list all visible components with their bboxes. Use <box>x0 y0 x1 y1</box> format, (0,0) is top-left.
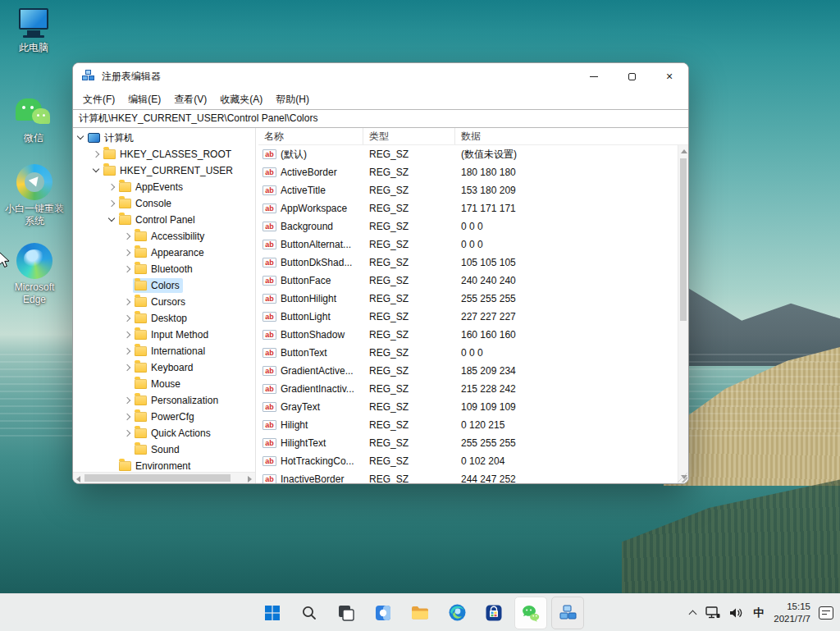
volume-icon[interactable] <box>728 606 743 620</box>
tree-item[interactable]: 计算机 <box>73 130 255 146</box>
tree-node[interactable]: HKEY_CURRENT_USER <box>102 163 236 178</box>
close-button[interactable]: × <box>651 63 688 89</box>
tree-node[interactable]: Input Method <box>133 327 212 342</box>
table-row[interactable]: abAppWorkspaceREG_SZ171 171 171 <box>258 199 678 217</box>
regedit-taskbar-button[interactable] <box>551 597 584 629</box>
notification-icon[interactable] <box>819 606 833 620</box>
tree-item[interactable]: Quick Actions <box>73 425 255 441</box>
scroll-left-icon[interactable] <box>76 476 80 482</box>
tree-node[interactable]: Control Panel <box>117 213 199 227</box>
tree-item[interactable]: PowerCfg <box>73 409 255 425</box>
tree-node[interactable]: Desktop <box>133 311 190 326</box>
table-row[interactable]: abHilightTextREG_SZ255 255 255 <box>258 434 678 452</box>
taskbar-clock[interactable]: 15:15 2021/7/7 <box>774 601 810 625</box>
file-explorer-button[interactable] <box>404 597 436 629</box>
tree-node[interactable]: AppEvents <box>117 180 186 194</box>
chevron-down-icon[interactable] <box>75 133 85 143</box>
tree-node[interactable]: Sound <box>133 442 183 457</box>
tree-item[interactable]: Mouse <box>73 376 255 392</box>
tree-node[interactable]: Quick Actions <box>133 426 214 441</box>
chevron-right-icon[interactable] <box>107 199 116 208</box>
table-row[interactable]: abButtonTextREG_SZ0 0 0 <box>258 344 678 362</box>
chevron-right-icon[interactable] <box>122 346 132 356</box>
title-bar[interactable]: 注册表编辑器 × <box>73 63 688 89</box>
menu-item[interactable]: 查看(V) <box>167 90 213 109</box>
table-row[interactable]: abInactiveBorderREG_SZ244 247 252 <box>258 470 678 483</box>
tree-item[interactable]: Colors <box>73 277 255 294</box>
minimize-button[interactable] <box>575 63 613 89</box>
chevron-right-icon[interactable] <box>122 396 132 405</box>
column-header[interactable]: 数据 <box>455 128 678 144</box>
tree-item[interactable]: Input Method <box>73 327 255 343</box>
chevron-right-icon[interactable] <box>122 297 132 307</box>
tree-node[interactable]: HKEY_CLASSES_ROOT <box>102 147 235 162</box>
tree-node[interactable]: Appearance <box>133 245 208 260</box>
menu-item[interactable]: 文件(F) <box>76 90 121 109</box>
edge-button[interactable] <box>441 597 473 629</box>
tree-node[interactable]: Mouse <box>133 377 184 391</box>
chevron-right-icon[interactable] <box>91 149 101 159</box>
table-row[interactable]: abBackgroundREG_SZ0 0 0 <box>258 217 678 235</box>
chevron-down-icon[interactable] <box>107 215 116 225</box>
tree-item[interactable]: International <box>73 343 255 359</box>
tree-item[interactable]: Sound <box>73 441 255 458</box>
column-header[interactable]: 名称 <box>258 128 363 144</box>
tree-item[interactable]: Bluetooth <box>73 261 255 277</box>
ime-indicator[interactable]: 中 <box>751 606 765 620</box>
tree-item[interactable]: Appearance <box>73 245 255 261</box>
tree-item[interactable]: Console <box>73 195 255 212</box>
table-row[interactable]: ab(默认)REG_SZ(数值未设置) <box>258 145 678 163</box>
chevron-right-icon[interactable] <box>122 264 132 274</box>
chevron-right-icon[interactable] <box>122 428 132 438</box>
chevron-down-icon[interactable] <box>91 166 101 176</box>
search-button[interactable] <box>293 597 326 629</box>
ethernet-icon[interactable] <box>705 606 720 620</box>
tree-item[interactable]: HKEY_CURRENT_USER <box>73 162 255 179</box>
tree-item[interactable]: Control Panel <box>73 212 255 228</box>
table-row[interactable]: abActiveTitleREG_SZ153 180 209 <box>258 181 678 199</box>
table-row[interactable]: abGradientActive...REG_SZ185 209 234 <box>258 362 678 380</box>
scroll-right-icon[interactable] <box>248 476 252 482</box>
menu-item[interactable]: 收藏夹(A) <box>213 90 269 109</box>
tree-node[interactable]: Cursors <box>133 295 189 309</box>
column-header[interactable]: 类型 <box>363 128 455 144</box>
tree-item[interactable]: Desktop <box>73 310 255 327</box>
desktop-icon-this-pc[interactable]: 此电脑 <box>10 7 57 54</box>
table-row[interactable]: abButtonFaceREG_SZ240 240 240 <box>258 272 678 290</box>
tree-item[interactable]: Accessibility <box>73 228 255 245</box>
tree-node[interactable]: Bluetooth <box>133 262 196 277</box>
tree-node[interactable]: Keyboard <box>133 360 196 375</box>
desktop-icon-edge[interactable]: Microsoft Edge <box>5 243 64 306</box>
scroll-up-icon[interactable] <box>681 149 687 153</box>
chevron-right-icon[interactable] <box>122 330 132 340</box>
tree-node[interactable]: Accessibility <box>133 229 208 244</box>
hidden-icons-chevron[interactable] <box>689 609 697 617</box>
chevron-right-icon[interactable] <box>122 412 132 422</box>
tree-item[interactable]: Keyboard <box>73 359 255 376</box>
tree-horizontal-scrollbar[interactable] <box>73 472 255 483</box>
list-vertical-scrollbar[interactable] <box>678 145 688 483</box>
chevron-right-icon[interactable] <box>122 231 132 241</box>
tree-node[interactable]: Personalization <box>133 393 221 408</box>
desktop-icon-wechat[interactable]: 微信 <box>10 97 57 144</box>
menu-item[interactable]: 帮助(H) <box>269 90 316 109</box>
tree-item[interactable]: HKEY_CLASSES_ROOT <box>73 146 255 162</box>
chevron-right-icon[interactable] <box>122 363 132 373</box>
tree-node[interactable]: International <box>133 344 208 359</box>
tree-node[interactable]: 计算机 <box>86 130 137 147</box>
scrollbar-thumb[interactable] <box>84 474 231 482</box>
tree-item[interactable]: AppEvents <box>73 179 255 195</box>
table-row[interactable]: abHilightREG_SZ0 120 215 <box>258 416 678 434</box>
table-row[interactable]: abButtonDkShad...REG_SZ105 105 105 <box>258 254 678 272</box>
desktop-icon-xiaobai-reinstall[interactable]: 小白一键重装系统 <box>5 164 64 227</box>
table-row[interactable]: abGradientInactiv...REG_SZ215 228 242 <box>258 380 678 398</box>
wechat-button[interactable] <box>514 597 547 629</box>
table-row[interactable]: abButtonAlternat...REG_SZ0 0 0 <box>258 235 678 254</box>
table-row[interactable]: abHotTrackingCo...REG_SZ0 102 204 <box>258 452 678 470</box>
store-button[interactable] <box>477 597 510 629</box>
task-view-button[interactable] <box>330 597 363 629</box>
maximize-button[interactable] <box>613 63 651 89</box>
menu-item[interactable]: 编辑(E) <box>121 90 167 109</box>
tree-item[interactable]: Cursors <box>73 294 255 310</box>
table-row[interactable]: abButtonShadowREG_SZ160 160 160 <box>258 326 678 344</box>
